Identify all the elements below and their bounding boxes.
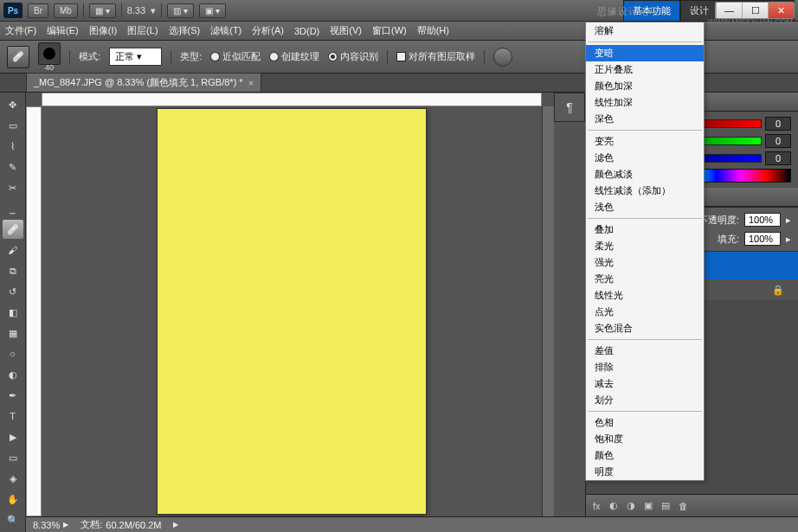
blend-变亮[interactable]: 变亮 (586, 133, 704, 150)
eraser-tool[interactable]: ◧ (3, 303, 23, 322)
radio-content-aware[interactable]: 内容识别 (328, 50, 378, 63)
status-doc-size: 60.2M/60.2M (106, 520, 161, 530)
blend-亮光[interactable]: 亮光 (586, 271, 704, 287)
screen-mode-button[interactable]: ▣ ▾ (199, 3, 226, 18)
blend-强光[interactable]: 强光 (586, 254, 704, 271)
status-zoom[interactable]: 8.33% (33, 520, 60, 530)
top-zoom[interactable]: 8.33 (127, 5, 145, 16)
blend-点光[interactable]: 点光 (586, 304, 704, 320)
maximize-button[interactable]: ☐ (742, 3, 768, 18)
menu-help[interactable]: 帮助(H) (417, 24, 449, 37)
crop-tool[interactable]: ✂ (3, 178, 23, 197)
menu-select[interactable]: 选择(S) (169, 24, 201, 37)
blend-线性光[interactable]: 线性光 (586, 287, 704, 304)
blend-实色混合[interactable]: 实色混合 (586, 320, 704, 337)
menu-file[interactable]: 文件(F) (5, 24, 36, 37)
adjustment-button[interactable]: ◑ (627, 500, 635, 511)
minimize-button[interactable]: — (716, 3, 742, 18)
fill-field[interactable]: 100% (744, 232, 781, 246)
checkbox-sample-all-layers[interactable]: 对所有图层取样 (396, 50, 475, 63)
type-tool[interactable]: T (3, 407, 23, 426)
blend-色相[interactable]: 色相 (586, 414, 704, 431)
healing-tool[interactable]: 🩹 (3, 220, 23, 239)
blend-颜色[interactable]: 颜色 (586, 447, 704, 464)
healing-tool-icon[interactable]: 🩹 (7, 46, 29, 68)
opacity-field[interactable]: 100% (744, 213, 781, 227)
quick-select-tool[interactable]: ✎ (3, 157, 23, 176)
blend-颜色加深[interactable]: 颜色加深 (586, 78, 704, 94)
blend-明度[interactable]: 明度 (586, 464, 704, 480)
zoom-tool[interactable]: 🔍 (3, 510, 23, 529)
delete-layer-button[interactable]: 🗑 (679, 501, 688, 511)
blend-减去[interactable]: 减去 (586, 375, 704, 392)
menu-window[interactable]: 窗口(W) (372, 24, 407, 37)
fx-button[interactable]: fx (593, 501, 601, 511)
path-select-tool[interactable]: ▶ (3, 427, 23, 446)
menu-analysis[interactable]: 分析(A) (252, 24, 284, 37)
value-r[interactable]: 0 (765, 117, 791, 131)
blend-深色[interactable]: 深色 (586, 111, 704, 127)
collapsed-panel-history[interactable]: ¶ (554, 93, 585, 122)
menu-view[interactable]: 视图(V) (330, 24, 362, 37)
lasso-tool[interactable]: ⌇ (3, 137, 23, 156)
gradient-tool[interactable]: ▦ (3, 324, 23, 343)
ruler-horizontal[interactable] (42, 93, 542, 106)
minibridge-button[interactable]: Mb (54, 3, 78, 18)
close-button[interactable]: ✕ (768, 3, 794, 18)
new-layer-button[interactable]: ▤ (661, 500, 670, 511)
menu-edit[interactable]: 编辑(E) (47, 24, 79, 37)
brush-tool[interactable]: 🖌 (3, 240, 23, 260)
layers-footer: fx ◐ ◑ ▣ ▤ 🗑 (586, 494, 798, 516)
blend-差值[interactable]: 差值 (586, 343, 704, 359)
stamp-tool[interactable]: ⧉ (3, 261, 23, 280)
menu-3d[interactable]: 3D(D) (294, 26, 319, 36)
blur-tool[interactable]: ○ (3, 344, 23, 363)
document-tab[interactable]: _MG_8847.JPG @ 8.33% (颜色填充 1, RGB/8*) * … (26, 73, 261, 92)
hand-tool[interactable]: ✋ (3, 490, 23, 509)
blend-叠加[interactable]: 叠加 (586, 221, 704, 238)
radio-proximity-match[interactable]: 近似匹配 (210, 50, 261, 63)
3d-tool[interactable]: ◈ (3, 469, 23, 488)
blend-饱和度[interactable]: 饱和度 (586, 431, 704, 447)
ps-logo: Ps (3, 3, 23, 18)
eyedropper-tool[interactable]: ⎯ (3, 199, 23, 218)
menu-filter[interactable]: 滤镜(T) (210, 24, 241, 37)
blend-正片叠底[interactable]: 正片叠底 (586, 61, 704, 78)
lock-icon[interactable]: 🔒 (772, 285, 784, 296)
blend-线性减淡（添加）[interactable]: 线性减淡（添加） (586, 183, 704, 199)
ruler-vertical[interactable] (26, 106, 42, 516)
canvas-document[interactable] (158, 109, 426, 514)
view-extras-button[interactable]: ▦ ▾ (89, 3, 116, 18)
menu-image[interactable]: 图像(I) (89, 24, 117, 37)
blend-变暗[interactable]: 变暗 (586, 45, 704, 61)
blend-滤色[interactable]: 滤色 (586, 150, 704, 166)
marquee-tool[interactable]: ▭ (3, 116, 23, 135)
blend-线性加深[interactable]: 线性加深 (586, 94, 704, 111)
mode-select[interactable]: 正常 ▾ (109, 48, 162, 66)
shape-tool[interactable]: ▭ (3, 448, 23, 467)
value-g[interactable]: 0 (765, 134, 791, 148)
blend-颜色减淡[interactable]: 颜色减淡 (586, 166, 704, 183)
group-button[interactable]: ▣ (644, 500, 653, 511)
history-brush-tool[interactable]: ↺ (3, 282, 23, 301)
dodge-tool[interactable]: ◐ (3, 365, 23, 384)
pen-tool[interactable]: ✒ (3, 386, 23, 405)
move-tool[interactable]: ✥ (3, 95, 23, 114)
history-panel-icon: ¶ (566, 100, 573, 114)
bridge-button[interactable]: Br (28, 3, 48, 18)
blend-dissolve[interactable]: 溶解 (586, 22, 704, 39)
arrange-docs-button[interactable]: ▥ ▾ (167, 3, 194, 18)
pressure-button[interactable] (493, 48, 512, 67)
blend-排除[interactable]: 排除 (586, 359, 704, 375)
blend-浅色[interactable]: 浅色 (586, 199, 704, 215)
viewport[interactable] (42, 106, 542, 516)
value-b[interactable]: 0 (765, 151, 791, 165)
document-close-icon[interactable]: × (248, 78, 254, 88)
radio-create-texture[interactable]: 创建纹理 (269, 50, 319, 63)
blend-柔光[interactable]: 柔光 (586, 238, 704, 254)
blend-划分[interactable]: 划分 (586, 392, 704, 408)
menu-layer[interactable]: 图层(L) (127, 24, 158, 37)
mask-button[interactable]: ◐ (609, 500, 618, 511)
brush-preview[interactable] (38, 42, 61, 65)
scrollbar-vertical[interactable] (542, 106, 554, 516)
